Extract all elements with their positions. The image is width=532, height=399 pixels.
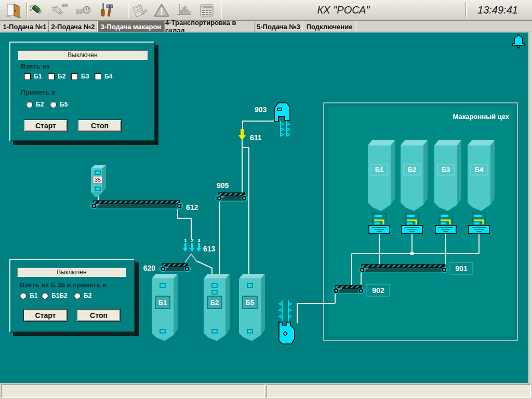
radio-dest-b2[interactable]: Б2: [74, 292, 91, 299]
tab-connection[interactable]: Подключение: [303, 21, 356, 32]
disconnect-plug-icon[interactable]: [51, 1, 70, 20]
toolbar-separator: [128, 2, 128, 18]
dest-label: Принять в: [21, 88, 56, 96]
workshop-silo-b1: Б1: [368, 140, 395, 211]
checkbox-label: Б2: [58, 73, 65, 80]
toolbar-separator: [221, 2, 221, 18]
splitter-flap: [185, 254, 197, 262]
stop-button[interactable]: Стоп: [78, 119, 122, 132]
splitter-pos-2: 2: [191, 238, 193, 243]
status-bar: [0, 383, 532, 399]
workshop-silo-b2: Б2: [401, 140, 428, 211]
label-612: 612: [186, 203, 198, 211]
workshop-silo-b4: Б4: [468, 140, 495, 211]
elevator-boot: [279, 300, 295, 344]
elevator-head-903: [274, 103, 290, 136]
workshop-box: Макаронный цех: [324, 103, 517, 340]
trends-icon[interactable]: [175, 1, 193, 20]
checkbox-box[interactable]: [95, 73, 101, 80]
radio-circle[interactable]: [20, 292, 26, 299]
reports-icon[interactable]: [197, 1, 216, 20]
storage-silo-b1: Б1: [152, 274, 178, 341]
storage-silo-b5: Б5: [239, 274, 265, 341]
radio-dest-b1b2[interactable]: Б1Б2: [42, 292, 68, 299]
silo-label: Б1: [158, 299, 167, 307]
status-bar-left: [1, 384, 265, 398]
stop-button[interactable]: Стоп: [77, 309, 121, 322]
bin-level-value: 35: [95, 177, 101, 183]
checkbox-box[interactable]: [48, 73, 55, 80]
connect-plug-icon[interactable]: [29, 1, 48, 20]
bin-35: 35: [91, 165, 106, 197]
silo-label: Б2: [210, 299, 219, 307]
access-key-icon[interactable]: [74, 1, 92, 20]
alarms-icon[interactable]: [152, 1, 171, 20]
tab-pasta-feed[interactable]: 3-Подача макарон: [98, 21, 165, 32]
radio-dest-b1[interactable]: Б1: [20, 292, 37, 299]
pipe-junction-dot: [410, 252, 414, 255]
tab-feed-2[interactable]: 2-Подача №2: [49, 21, 97, 32]
feed-control-panel-bottom: Выключен Взять из Б 35 и принять в Б1 Б1…: [9, 259, 135, 332]
workshop-title: Макаронный цех: [453, 113, 509, 121]
feeder-icon: [402, 225, 422, 233]
clock: 13:49:41: [477, 4, 518, 16]
source-label: Взять из: [21, 62, 50, 70]
radio-circle[interactable]: [26, 101, 33, 108]
alarm-bell-icon[interactable]: [511, 34, 526, 50]
status-display: Выключен: [18, 50, 148, 60]
storage-silo-b2: Б2: [204, 274, 230, 341]
feeder-icon: [469, 225, 489, 233]
checkbox-label: Б1: [34, 73, 42, 80]
checkbox-label: Б3: [81, 73, 89, 80]
conveyor-612: [90, 201, 183, 209]
conveyor-901: [358, 264, 448, 273]
right-margin: [528, 32, 532, 383]
silo-label: Б3: [442, 166, 450, 174]
tab-bar: 1-Подача №1 2-Подача №2 3-Подача макарон…: [0, 21, 532, 32]
workshop-silo-b3: Б3: [434, 140, 461, 211]
settings-tools-icon[interactable]: [97, 1, 116, 20]
checkbox-b3[interactable]: Б3: [71, 73, 89, 80]
radio-label: Б2: [84, 292, 91, 299]
mimic-canvas: Макаронный цех: [0, 32, 528, 383]
feeder-icon: [435, 225, 456, 233]
radio-circle[interactable]: [42, 292, 48, 299]
conveyor-905: [216, 193, 248, 201]
tab-transport[interactable]: 4-Транспортировка в склад: [165, 21, 255, 32]
silo-label: Б2: [408, 166, 417, 174]
radio-circle[interactable]: [50, 101, 57, 108]
toolbar-separator: [26, 2, 27, 18]
radio-label: Б1: [30, 292, 37, 299]
checkbox-box[interactable]: [24, 73, 31, 80]
radio-label: Б5: [60, 101, 68, 108]
checkbox-label: Б4: [104, 73, 112, 80]
checkbox-box[interactable]: [71, 73, 78, 80]
feed-control-panel-top: Выключен Взять из Б1 Б2 Б3 Б4 Принять в: [9, 42, 155, 141]
start-button[interactable]: Старт: [23, 309, 68, 322]
radio-dest-b5[interactable]: Б5: [50, 101, 68, 108]
exit-door-icon[interactable]: [4, 1, 23, 20]
silo-label: Б5: [246, 299, 255, 307]
radio-circle[interactable]: [74, 292, 81, 299]
status-display: Выключен: [17, 268, 126, 277]
tab-feed-1[interactable]: 1-Подача №1: [1, 21, 49, 32]
radio-label: Б1Б2: [51, 292, 68, 299]
app-window: КХ "РОСА" 13:49:41 1-Подача №1 2-Подача …: [0, 0, 532, 399]
tab-feed-3[interactable]: 5-Подача №3: [255, 21, 302, 32]
label-902: 902: [372, 286, 384, 295]
toolbar: КХ "РОСА" 13:49:41: [0, 0, 532, 21]
conveyor-902: [332, 285, 365, 294]
journal-icon[interactable]: [131, 1, 150, 20]
checkbox-b2[interactable]: Б2: [48, 73, 65, 80]
checkbox-b4[interactable]: Б4: [95, 73, 112, 80]
radio-dest-b2[interactable]: Б2: [26, 101, 44, 108]
app-title: КХ "РОСА": [317, 4, 370, 16]
feeder-icon: [369, 225, 390, 233]
label-905: 905: [217, 181, 229, 190]
label-903: 903: [255, 105, 267, 114]
checkbox-b1[interactable]: Б1: [24, 73, 42, 80]
label-613: 613: [203, 245, 216, 253]
splitter-pos-1: 1: [184, 238, 187, 243]
splitter-pos-3: 3: [197, 238, 200, 243]
start-button[interactable]: Старт: [24, 119, 68, 132]
